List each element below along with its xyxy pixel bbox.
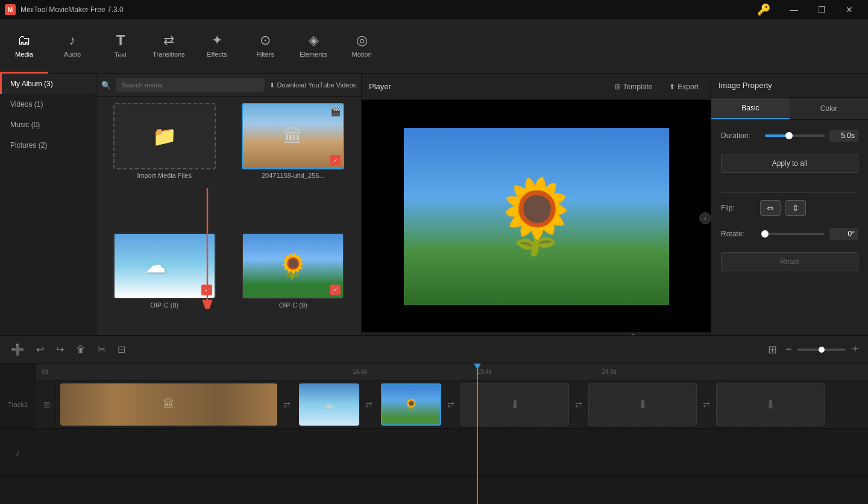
flip-horizontal-button[interactable]: ⇔	[760, 200, 781, 216]
sunflower-image	[243, 234, 343, 298]
duration-row: Duration: 5.0s	[721, 130, 858, 142]
empty-icon-3: ⬇	[766, 397, 776, 412]
sidebar-item-pictures[interactable]: Pictures (2)	[0, 135, 96, 156]
transition-4[interactable]: ⇄	[569, 383, 588, 426]
media-panel: 🔍 ⬇ Download YouTube Videos 📁 Import Med…	[96, 74, 362, 363]
left-panel: My Album (3) Videos (1) Music (0) Pictur…	[0, 74, 96, 363]
check-badge-clouds: ✓	[201, 285, 212, 295]
empty-clip-3[interactable]: ⬇	[716, 383, 825, 426]
search-input[interactable]	[116, 78, 265, 92]
import-media-item[interactable]: 📁 Import Media Files	[102, 103, 227, 228]
audio-label: Audio	[64, 51, 81, 58]
zoom-in-button[interactable]: +	[849, 342, 861, 357]
toolbar-item-text[interactable]: T Text	[96, 19, 145, 74]
building-label: 20471158-uhd_256...	[262, 172, 325, 179]
clip-building[interactable]: 🏛	[60, 383, 277, 426]
import-icon: 📁	[153, 125, 177, 148]
rotate-slider-thumb[interactable]	[761, 230, 769, 238]
filters-icon: ⊙	[260, 33, 271, 48]
building-thumb[interactable]: 🎬 ✓	[242, 103, 344, 169]
sidebar-item-myalbum[interactable]: My Album (3)	[0, 74, 96, 94]
close-button[interactable]: ✕	[835, 0, 863, 19]
video-badge-icon: 🎬	[330, 107, 341, 116]
tab-basic[interactable]: Basic	[711, 98, 790, 119]
empty-clip-1[interactable]: ⬇	[461, 383, 569, 426]
toolbar-item-motion[interactable]: ◎ Motion	[338, 19, 386, 74]
download-youtube-button[interactable]: ⬇ Download YouTube Videos	[269, 81, 357, 89]
duration-slider-thumb[interactable]	[785, 132, 793, 139]
import-thumb[interactable]: 📁	[113, 103, 216, 169]
app-icon: M	[5, 4, 16, 15]
timeline-area: ➕ ↩ ↪ 🗑 ✂ ⊡ ⊞ − + Track1 ♪	[0, 335, 868, 504]
sidebar-item-music[interactable]: Music (0)	[0, 115, 96, 135]
transitions-label: Transitions	[153, 51, 184, 58]
crop-button[interactable]: ⊡	[114, 341, 129, 358]
audio-track-label: ♪	[0, 429, 36, 477]
video-track: ⊞ 🏛 ⇄ ☁ ⇄ 🌻 ⇄	[36, 380, 868, 429]
tab-color[interactable]: Color	[790, 98, 868, 119]
marker-0s: 0s	[42, 368, 49, 375]
redo-button[interactable]: ↪	[52, 341, 68, 358]
building-image	[243, 104, 343, 168]
transitions-icon: ⇄	[163, 33, 174, 48]
effects-label: Effects	[207, 51, 227, 58]
rotate-label: Rotate:	[721, 230, 760, 238]
empty-icon-1: ⬇	[510, 397, 520, 412]
clouds-thumb[interactable]: ✓	[113, 233, 216, 299]
toolbar-item-media[interactable]: 🗂 Media	[0, 19, 48, 74]
transition-1[interactable]: ⇄	[277, 383, 297, 426]
toolbar-item-effects[interactable]: ✦ Effects	[193, 19, 241, 74]
marker-24s: 24.4s	[602, 368, 616, 375]
track1-label: Track1	[0, 380, 36, 429]
playhead[interactable]	[477, 364, 478, 380]
cut-button[interactable]: ✂	[94, 341, 109, 358]
sidebar-item-videos[interactable]: Videos (1)	[0, 94, 96, 115]
collapse-panel-button[interactable]: ›	[699, 212, 711, 224]
marker-14s: 14.4s	[352, 368, 366, 375]
flip-vertical-button[interactable]: ⇕	[785, 200, 806, 216]
flip-row: Flip: ⇔ ⇕	[721, 200, 858, 216]
zoom-out-button[interactable]: −	[783, 342, 794, 357]
duration-slider[interactable]	[765, 134, 825, 137]
sunflower-thumb[interactable]: ✓	[242, 233, 344, 299]
zoom-slider[interactable]	[797, 348, 846, 351]
reset-button[interactable]: Reset	[721, 252, 858, 271]
media-item-building[interactable]: 🎬 ✓ 20471158-uhd_256...	[231, 103, 356, 228]
text-label: Text	[115, 51, 127, 58]
toolbar-item-audio[interactable]: ♪ Audio	[48, 19, 96, 74]
audio-note-icon: ♪	[16, 448, 20, 458]
rotate-slider[interactable]	[765, 233, 825, 235]
transition-2[interactable]: ⇄	[359, 383, 379, 426]
sunflower-label: OIP-C (9)	[279, 301, 307, 309]
track-labels: Track1 ♪	[0, 364, 36, 504]
track-layout-icon: ⊞	[39, 380, 55, 429]
tracks-wrapper: 0s 14.4s 19.4s 24.4s ⊞ 🏛 ⇄	[36, 364, 868, 504]
toolbar-item-transitions[interactable]: ⇄ Transitions	[145, 19, 193, 74]
clouds-label: OIP-C (8)	[150, 301, 178, 309]
transition-3[interactable]: ⇄	[441, 383, 461, 426]
check-badge: ✓	[330, 155, 341, 166]
empty-clip-2[interactable]: ⬇	[588, 383, 697, 426]
export-button[interactable]: ⬆ Export	[664, 80, 703, 93]
right-panel: Image Property Basic Color Duration: 5.0…	[711, 74, 868, 363]
timeline-toolbar: ➕ ↩ ↪ 🗑 ✂ ⊡ ⊞ − +	[0, 336, 868, 364]
app-title: MiniTool MovieMaker Free 7.3.0	[20, 5, 752, 14]
clip-sunflower[interactable]: 🌻	[381, 383, 441, 426]
clip-clouds[interactable]: ☁	[299, 383, 359, 426]
minimize-button[interactable]: —	[780, 0, 808, 19]
zoom-fit-button[interactable]: ⊞	[766, 342, 779, 358]
toolbar-item-elements[interactable]: ◈ Elements	[289, 19, 338, 74]
export-icon: ⬆	[669, 83, 675, 91]
template-button[interactable]: ⊞ Template	[610, 80, 658, 93]
zoom-thumb[interactable]	[819, 347, 825, 353]
restore-button[interactable]: ❐	[808, 0, 835, 19]
undo-button[interactable]: ↩	[33, 341, 48, 358]
transition-5[interactable]: ⇄	[697, 383, 716, 426]
motion-icon: ◎	[356, 33, 368, 48]
toolbar-item-filters[interactable]: ⊙ Filters	[241, 19, 289, 74]
apply-to-all-button[interactable]: Apply to all	[721, 154, 858, 173]
timeline-content: Track1 ♪ 0s 14.4s 19.4s 24.4s ⊞	[0, 364, 868, 504]
add-track-button[interactable]: ➕	[7, 341, 28, 359]
elements-label: Elements	[300, 51, 327, 58]
delete-button[interactable]: 🗑	[72, 342, 89, 358]
